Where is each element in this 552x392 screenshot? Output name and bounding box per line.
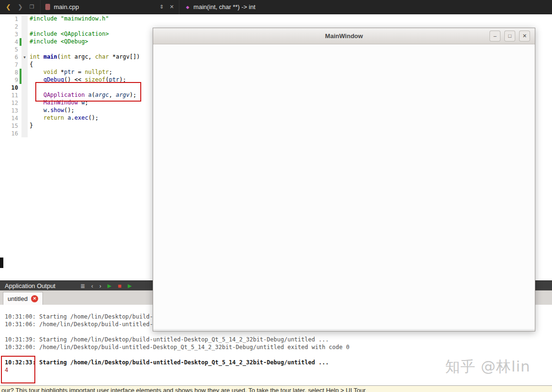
symbol-selector[interactable]: ◆ main(int, char **) -> int (179, 0, 262, 14)
gutter-row[interactable]: 16 (0, 130, 28, 137)
fold-marker-icon[interactable]: ▾ (21, 53, 28, 61)
gutter-row[interactable]: 7 (0, 61, 28, 69)
gutter-row[interactable]: 3 (0, 31, 28, 38)
gutter-row[interactable]: 6▾ (0, 53, 28, 61)
code-token: a (68, 114, 71, 121)
fold-margin (21, 92, 28, 99)
output-line: 10:31:39: Starting /home/lin/Desktop/bui… (5, 336, 547, 344)
code-token: int (61, 53, 71, 60)
maximize-button[interactable]: □ (504, 31, 515, 41)
fold-margin (21, 23, 28, 31)
gutter-row[interactable]: 14 (0, 114, 28, 122)
code-token: "mainwindow.h" (61, 15, 109, 22)
code-token (64, 114, 67, 121)
line-number: 8 (0, 69, 20, 76)
gutter-row[interactable]: 5 (0, 46, 28, 53)
gutter-row[interactable]: 8 (0, 69, 28, 76)
code-token: int (30, 53, 43, 60)
code-token: *argv[]) (109, 53, 140, 60)
gutter-row[interactable]: 11 (0, 92, 28, 99)
gutter-row[interactable]: 12 (0, 99, 28, 107)
code-token: show (50, 107, 64, 113)
code-token: = (74, 69, 85, 75)
fold-margin (21, 15, 28, 23)
code-token: { (30, 61, 33, 68)
code-token: (); (88, 114, 99, 121)
annotation-box-code (35, 82, 141, 102)
fold-margin (21, 114, 28, 122)
annotation-box-output (1, 356, 35, 383)
editor-top-bar: ❮ ❯ ❐ main.cpp ⇕ ✕ ◆ main(int, char **) … (0, 0, 552, 14)
rerun-icon[interactable]: ▶ (128, 283, 132, 289)
mainwindow-titlebar[interactable]: MainWindow – □ ✕ (153, 28, 535, 44)
open-document-tab[interactable]: main.cpp ⇕ ✕ (40, 0, 179, 14)
line-number: 13 (0, 107, 20, 114)
output-toolbar: ≣ ‹ › ▶ ■ ▶ (80, 282, 132, 289)
mainwindow-app-window: MainWindow – □ ✕ (153, 28, 535, 331)
close-output-tab-icon[interactable]: ✕ (31, 295, 38, 302)
fold-margin (21, 38, 28, 46)
code-token: char (95, 53, 109, 60)
gutter-row[interactable]: 4 (0, 38, 28, 46)
stop-icon[interactable]: ■ (118, 282, 122, 289)
code-token: void (43, 69, 57, 75)
code-token: #include (30, 38, 61, 45)
fold-margin (21, 122, 28, 130)
gutter-row[interactable]: 15 (0, 122, 28, 130)
close-button[interactable]: ✕ (519, 31, 530, 41)
code-token: <QDebug> (61, 38, 88, 45)
code-token: ptr (64, 69, 74, 75)
mainwindow-title: MainWindow (153, 32, 535, 40)
split-icon[interactable]: ❐ (30, 4, 34, 10)
code-token: return (43, 114, 64, 121)
line-number: 6 (0, 54, 20, 61)
gutter-row[interactable]: 10 (0, 84, 28, 92)
ui-tour-tooltip: our? This tour highlights important user… (0, 385, 552, 392)
code-token: ( (57, 53, 61, 60)
code-token (30, 114, 43, 121)
code-line[interactable]: #include "mainwindow.h" (30, 15, 552, 23)
line-number: 10 (0, 84, 20, 91)
gutter-row[interactable]: 13 (0, 107, 28, 114)
gutter-row[interactable]: 9 (0, 76, 28, 84)
code-token: argc, (71, 53, 95, 60)
previous-item-icon[interactable]: ‹ (91, 283, 93, 289)
code-token: #include (30, 31, 61, 37)
code-token (30, 69, 43, 75)
fold-margin (21, 76, 28, 84)
code-token: } (30, 122, 33, 129)
code-token: <QApplication> (61, 31, 109, 37)
code-token: #include (30, 15, 61, 22)
fold-margin (21, 130, 28, 137)
fold-margin (21, 107, 28, 114)
method-icon: ◆ (186, 5, 189, 10)
code-token: (); (64, 107, 74, 113)
minimize-button[interactable]: – (490, 31, 500, 41)
line-number: 12 (0, 100, 20, 106)
editor-gutter[interactable]: 123456▾78910111213141516 (0, 15, 28, 137)
next-item-icon[interactable]: › (99, 283, 101, 289)
forward-icon[interactable]: ❯ (18, 3, 23, 10)
fold-margin (21, 69, 28, 76)
watermark: 知乎 @林lin (445, 357, 531, 377)
editor-nav-icons: ❮ ❯ ❐ (0, 3, 40, 10)
output-line: 10:32:00: /home/lin/Desktop/build-untitl… (5, 344, 547, 351)
output-list-icon[interactable]: ≣ (80, 283, 85, 289)
document-dropdown-icon[interactable]: ⇕ (159, 4, 164, 10)
code-token (30, 107, 43, 113)
line-number: 11 (0, 92, 20, 99)
gutter-row[interactable]: 2 (0, 23, 28, 31)
run-icon[interactable]: ▶ (107, 283, 111, 289)
code-token: main (43, 53, 57, 60)
code-token: exec (74, 114, 88, 121)
output-tab-untitled[interactable]: untitled ✕ (3, 292, 43, 305)
line-number: 3 (0, 31, 20, 38)
mainwindow-client-area (153, 44, 535, 329)
close-document-icon[interactable]: ✕ (169, 4, 174, 10)
fold-margin (21, 99, 28, 107)
cpp-file-icon (45, 4, 50, 10)
back-icon[interactable]: ❮ (6, 3, 11, 10)
panel-toggle-handle[interactable] (0, 258, 3, 268)
gutter-row[interactable]: 1 (0, 15, 28, 23)
fold-margin (21, 31, 28, 38)
